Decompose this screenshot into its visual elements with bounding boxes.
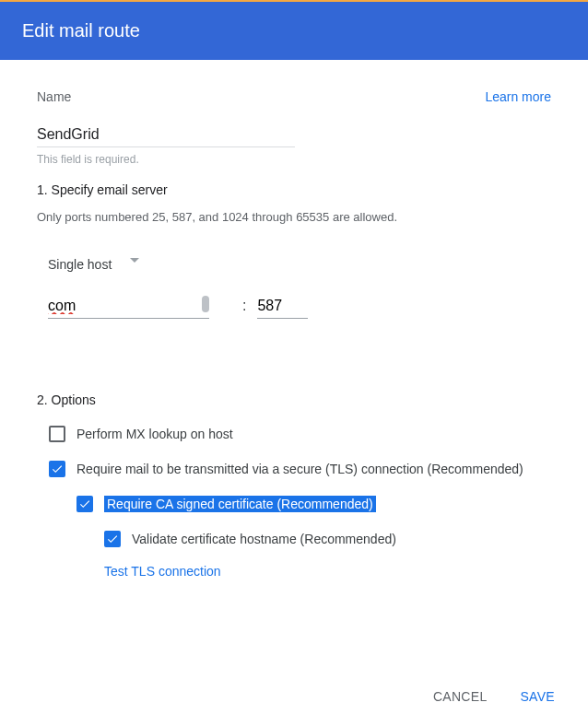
cancel-button[interactable]: CANCEL: [429, 684, 491, 709]
chevron-down-icon: [130, 258, 139, 263]
mx-lookup-label: Perform MX lookup on host: [76, 427, 233, 441]
name-input[interactable]: [37, 123, 295, 147]
check-icon: [51, 463, 64, 475]
learn-more-link[interactable]: Learn more: [485, 89, 551, 104]
section1-title: 1. Specify email server: [37, 182, 551, 197]
dialog-content: Name Learn more This field is required. …: [0, 60, 588, 597]
section1-hint: Only ports numbered 25, 587, and 1024 th…: [37, 210, 551, 224]
host-type-value: Single host: [48, 257, 112, 272]
ca-signed-checkbox[interactable]: [76, 496, 93, 512]
dialog-title: Edit mail route: [22, 20, 140, 41]
dialog-footer: CANCEL SAVE: [429, 684, 559, 709]
save-button[interactable]: SAVE: [516, 684, 559, 709]
check-icon: [78, 498, 91, 510]
name-label: Name: [37, 89, 71, 104]
validate-hostname-label: Validate certificate hostname (Recommend…: [132, 532, 396, 546]
check-icon: [106, 533, 119, 545]
port-input[interactable]: [257, 294, 308, 319]
section2-title: 2. Options: [37, 392, 551, 407]
name-helper: This field is required.: [37, 153, 551, 166]
host-port-colon: :: [242, 298, 246, 314]
mx-lookup-checkbox[interactable]: [49, 426, 65, 442]
host-input[interactable]: [48, 294, 209, 319]
scroll-thumb[interactable]: [202, 296, 209, 312]
dialog-header: Edit mail route: [0, 2, 588, 60]
tls-checkbox[interactable]: [49, 461, 65, 477]
tls-label: Require mail to be transmitted via a sec…: [76, 462, 523, 476]
validate-hostname-checkbox[interactable]: [104, 531, 121, 547]
ca-signed-label: Require CA signed certificate (Recommend…: [104, 496, 376, 512]
host-type-dropdown[interactable]: Single host: [48, 257, 139, 272]
test-tls-link[interactable]: Test TLS connection: [104, 564, 551, 579]
